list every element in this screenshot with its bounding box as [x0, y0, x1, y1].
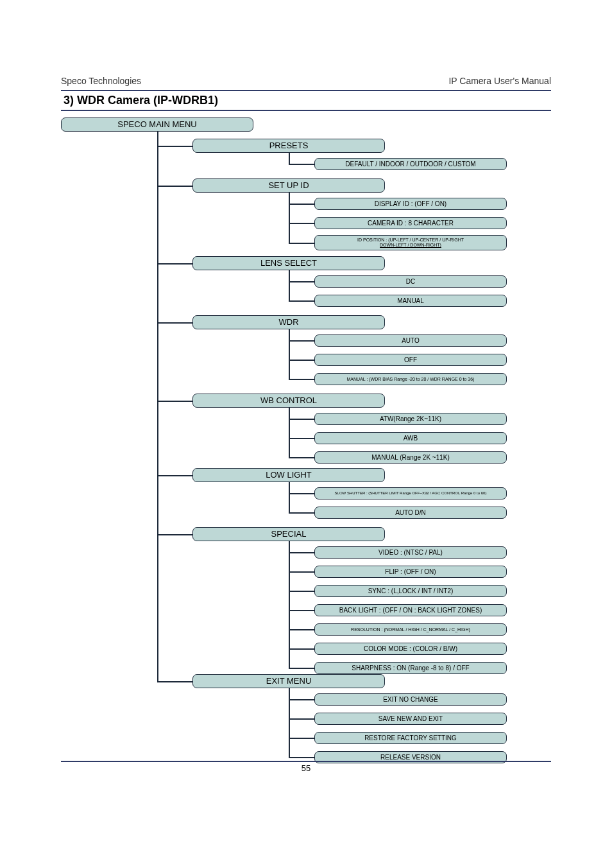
leaf-setupid-multi: ID POSITION : (UP-LEFT / UP-CENTER / UP-… [314, 235, 507, 250]
leaf-lowlight-1: AUTO D/N [314, 507, 507, 519]
cat-lowlight: LOW LIGHT [192, 468, 385, 482]
leaf-wdr-2: MANUAL : (WDR BIAS Range -20 to 20 / WDR… [314, 373, 507, 385]
connector [289, 610, 314, 611]
cat-special: SPECIAL [192, 527, 385, 541]
leaf-wb-1: AWB [314, 432, 507, 444]
leaf-special-0: VIDEO : (NTSC / PAL) [314, 546, 507, 559]
connector [289, 591, 314, 592]
connector [289, 457, 314, 458]
cat-wdr: WDR [192, 315, 385, 329]
leaf-lens-1: MANUAL [314, 295, 507, 307]
leaf-wb-2: MANUAL (Range 2K ~11K) [314, 451, 507, 464]
leaf-wdr-0: AUTO [314, 334, 507, 347]
connector [289, 571, 314, 573]
leaf-presets-0: DEFAULT / INDOOR / OUTDOOR / CUSTOM [314, 158, 507, 170]
leaf-wb-0: ATW(Range 2K~11K) [314, 413, 507, 425]
section-title: 3) WDR Camera (IP-WDRB1) [61, 90, 551, 111]
leaf-exit-2: RESTORE FACTORY SETTING [314, 732, 507, 744]
connector [289, 223, 314, 224]
leaf-lens-0: DC [314, 275, 507, 288]
connector [157, 322, 192, 324]
connector [157, 681, 192, 682]
connector [289, 300, 314, 302]
connector [289, 164, 314, 165]
connector [157, 263, 192, 265]
cat-presets: PRESETS [192, 139, 385, 153]
connector [289, 193, 290, 243]
connector [289, 699, 314, 700]
leaf-lowlight-0: SLOW SHUTTER : (SHUTTER LIMIT Range OFF~… [314, 487, 507, 499]
connector [289, 493, 314, 494]
connector [289, 281, 314, 282]
connector [289, 270, 290, 300]
cat-exit: EXIT MENU [192, 674, 385, 688]
connector [289, 408, 290, 457]
connector [289, 738, 314, 739]
connector [157, 475, 192, 476]
connector [289, 379, 314, 380]
connector [289, 668, 314, 669]
connector [157, 401, 192, 402]
connector [289, 552, 314, 553]
footer-divider [61, 761, 551, 762]
connector [289, 648, 314, 650]
leaf-special-2: SYNC : (L,LOCK / INT / INT2) [314, 585, 507, 597]
connector [289, 153, 290, 164]
connector [289, 329, 290, 379]
connector [289, 419, 314, 420]
connector [157, 534, 192, 535]
connector [157, 186, 192, 187]
header-left: Speco Technologies [61, 76, 141, 86]
cat-lens: LENS SELECT [192, 256, 385, 270]
connector [289, 204, 314, 205]
connector [289, 629, 314, 630]
connector [157, 146, 192, 147]
leaf-setupid-0: DISPLAY ID : (OFF / ON) [314, 198, 507, 210]
leaf-special-6: SHARPNESS : ON (Range -8 to 8) / OFF [314, 662, 507, 674]
leaf-text: ID POSITION : (UP-LEFT / UP-CENTER / UP-… [357, 238, 464, 243]
connector [157, 132, 158, 681]
connector [289, 718, 314, 720]
leaf-special-5: COLOR MODE : (COLOR / B/W) [314, 643, 507, 655]
connector [289, 340, 314, 342]
leaf-text: DOWN-LEFT / DOWN-RIGHT) [380, 243, 441, 248]
page-number: 55 [0, 763, 612, 773]
leaf-exit-0: EXIT NO CHANGE [314, 693, 507, 706]
header-right: IP Camera User's Manual [448, 76, 551, 86]
cat-wb: WB CONTROL [192, 394, 385, 408]
menu-tree-diagram: SPECO MAIN MENU PRESETS DEFAULT / INDOOR… [61, 117, 552, 759]
connector [289, 757, 314, 758]
root-node: SPECO MAIN MENU [61, 117, 253, 132]
connector [289, 360, 314, 361]
leaf-special-4: RESOLUTION : (NORMAL / HIGH / C_NORMAL /… [314, 623, 507, 636]
connector [289, 512, 314, 514]
leaf-special-1: FLIP : (OFF / ON) [314, 566, 507, 578]
leaf-wdr-1: OFF [314, 354, 507, 366]
connector [289, 243, 314, 244]
connector [289, 438, 314, 439]
leaf-exit-1: SAVE NEW AND EXIT [314, 713, 507, 725]
connector [289, 482, 290, 512]
leaf-setupid-1: CAMERA ID : 8 CHARACTER [314, 217, 507, 229]
leaf-special-3: BACK LIGHT : (OFF / ON : BACK LIGHT ZONE… [314, 604, 507, 616]
cat-setupid: SET UP ID [192, 178, 385, 193]
